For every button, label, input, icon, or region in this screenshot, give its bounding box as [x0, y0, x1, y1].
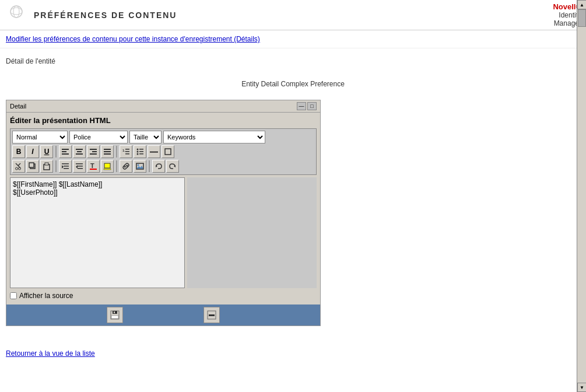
copy-icon — [29, 162, 37, 170]
toolbar-separator-3 — [55, 160, 57, 172]
svg-marker-48 — [136, 166, 143, 169]
svg-rect-17 — [125, 153, 129, 155]
svg-rect-15 — [125, 149, 129, 150]
nav-details-link[interactable]: Modifier les préférences de contenu pour… — [6, 35, 260, 43]
svg-rect-9 — [92, 151, 97, 152]
ordered-list-button[interactable]: 1. — [120, 145, 132, 158]
source-label: Afficher la source — [19, 292, 73, 300]
undo-button[interactable] — [152, 160, 165, 173]
align-left-icon — [61, 148, 69, 156]
novell-logo-icon — [5, 5, 28, 26]
svg-rect-13 — [104, 153, 111, 155]
box-icon — [164, 148, 172, 156]
outdent-button[interactable] — [73, 160, 86, 173]
svg-rect-10 — [90, 153, 97, 155]
svg-rect-6 — [77, 151, 82, 152]
svg-rect-39 — [78, 168, 83, 169]
entity-section: Détail de l'entité — [0, 48, 586, 68]
content-main: Modifier les préférences de contenu pour… — [0, 30, 586, 369]
bold-button[interactable]: B — [12, 145, 25, 158]
svg-rect-33 — [62, 163, 69, 164]
svg-rect-23 — [139, 153, 143, 155]
format-select[interactable]: Normal Heading 1 Heading 2 — [12, 131, 68, 144]
header: PRÉFÉRENCES DE CONTENU Novell® IdentityM… — [0, 0, 586, 30]
italic-icon: I — [31, 148, 33, 156]
paste-button[interactable] — [40, 160, 53, 173]
content-area: Modifier les préférences de contenu pour… — [0, 30, 586, 369]
scroll-up-button[interactable]: ▲ — [577, 0, 586, 9]
hr-button[interactable]: — — [148, 145, 160, 158]
align-left-button[interactable] — [59, 145, 72, 158]
editor-title: Éditer la présentation HTML — [10, 116, 317, 125]
svg-rect-12 — [104, 151, 111, 152]
link-button[interactable] — [120, 160, 132, 173]
toolbar-separator-5 — [149, 160, 150, 172]
undo-icon — [155, 162, 163, 170]
svg-point-47 — [138, 164, 139, 166]
svg-point-18 — [137, 149, 139, 150]
detail-panel-wrapper: Detail — □ Éditer la présentation HTML — [0, 100, 586, 332]
header-left: PRÉFÉRENCES DE CONTENU — [5, 5, 177, 26]
svg-marker-36 — [62, 165, 64, 169]
save-button[interactable] — [107, 307, 123, 323]
italic-button[interactable]: I — [26, 145, 39, 158]
svg-rect-3 — [62, 151, 66, 152]
svg-rect-38 — [78, 166, 83, 167]
toolbar-row2: B I U — [12, 145, 314, 158]
image-button[interactable] — [134, 160, 146, 173]
underline-icon: U — [44, 148, 50, 156]
detail-panel: Detail — □ Éditer la présentation HTML — [6, 100, 321, 326]
svg-rect-43 — [104, 163, 110, 168]
bold-icon: B — [16, 148, 22, 156]
align-center-button[interactable] — [73, 145, 86, 158]
svg-rect-11 — [104, 149, 111, 150]
svg-rect-56 — [209, 314, 215, 316]
minimize-button[interactable]: — — [297, 102, 306, 110]
align-right-button[interactable] — [87, 145, 100, 158]
copy-button[interactable] — [26, 160, 39, 173]
bg-color-icon — [103, 162, 111, 170]
svg-point-19 — [137, 151, 139, 153]
maximize-button[interactable]: □ — [307, 102, 317, 110]
box-button[interactable] — [162, 145, 174, 158]
source-checkbox[interactable] — [10, 292, 17, 299]
page-scrollbar: ▲ ▼ — [577, 0, 586, 392]
size-select[interactable]: Taille 8 10 12 — [129, 131, 162, 144]
toolbar-separator-4 — [116, 160, 117, 172]
link-icon — [122, 162, 130, 170]
image-icon — [136, 162, 144, 170]
font-select[interactable]: Police Arial Times New Roman — [69, 131, 128, 144]
align-justify-button[interactable] — [101, 145, 114, 158]
nav-bar: Modifier les préférences de contenu pour… — [0, 30, 586, 48]
indent-button[interactable] — [59, 160, 72, 173]
preference-title: Entity Detail Complex Preference — [6, 80, 580, 88]
editor-content-area: $[[FirstName]] $[[LastName]] $[[UserPhot… — [10, 177, 317, 288]
panel-controls: — □ — [297, 102, 317, 110]
bg-color-button[interactable] — [101, 160, 114, 173]
keywords-select[interactable]: Keywords $[[FirstName]] $[[LastName]] $[… — [163, 131, 265, 144]
svg-rect-30 — [29, 163, 34, 167]
editor-textarea[interactable]: $[[FirstName]] $[[LastName]] $[[UserPhot… — [10, 177, 185, 288]
svg-rect-5 — [76, 149, 83, 150]
align-center-icon — [75, 148, 83, 156]
editor-toolbar: Normal Heading 1 Heading 2 Police Arial … — [10, 128, 317, 175]
panel-inner: Éditer la présentation HTML Normal Headi… — [6, 113, 320, 304]
panel-title: Detail — [10, 103, 26, 110]
scroll-down-button[interactable]: ▼ — [577, 383, 586, 392]
cut-button[interactable] — [12, 160, 25, 173]
underline-button[interactable]: U — [40, 145, 53, 158]
cancel-button[interactable] — [203, 307, 220, 323]
footer-area: Retourner à la vue de la liste — [0, 344, 586, 363]
svg-rect-37 — [76, 163, 83, 164]
unordered-list-button[interactable] — [134, 145, 146, 158]
toolbar-row3: T — [12, 160, 314, 173]
text-color-button[interactable]: T — [87, 160, 100, 173]
hr-icon: — — [150, 148, 158, 156]
svg-rect-24 — [165, 149, 171, 155]
unordered-list-icon — [136, 148, 144, 156]
redo-button[interactable] — [166, 160, 179, 173]
back-link[interactable]: Retourner à la vue de la liste — [6, 349, 95, 358]
scroll-thumb[interactable] — [578, 9, 586, 27]
align-justify-icon — [103, 148, 111, 156]
toolbar-separator-2 — [116, 146, 117, 158]
